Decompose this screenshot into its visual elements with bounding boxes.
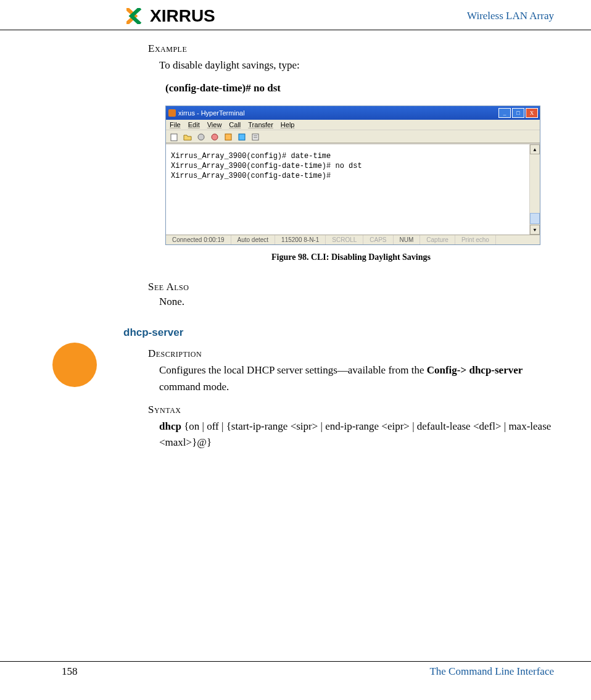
- footer-section-title: The Command Line Interface: [429, 665, 554, 678]
- example-intro: To disable daylight savings, type:: [159, 57, 554, 73]
- syntax-bold: dhcp: [159, 420, 181, 432]
- call-icon[interactable]: [197, 132, 205, 141]
- new-icon[interactable]: [170, 132, 178, 141]
- status-caps: CAPS: [363, 235, 393, 244]
- terminal-scrollbar[interactable]: ▲ ▼: [529, 144, 540, 235]
- page-number: 158: [62, 665, 78, 678]
- scroll-thumb[interactable]: [530, 213, 540, 224]
- logo-mark-icon: [126, 8, 149, 24]
- close-icon[interactable]: X: [526, 108, 538, 118]
- scroll-down-icon[interactable]: ▼: [530, 225, 540, 235]
- description-body: Configures the local DHCP server setting…: [159, 362, 554, 395]
- svg-rect-4: [239, 134, 245, 140]
- status-connected: Connected 0:00:19: [166, 235, 231, 244]
- minimize-icon[interactable]: _: [498, 108, 511, 118]
- svg-rect-0: [171, 134, 177, 141]
- terminal-titlebar: xirrus - HyperTerminal _ □ X: [166, 106, 540, 120]
- terminal-line: Xirrus_Array_3900(config-date-time)#: [171, 172, 535, 181]
- terminal-line: Xirrus_Array_3900(config-date-time)# no …: [171, 162, 535, 172]
- syntax-heading: Syntax: [148, 404, 554, 416]
- status-print: Print echo: [455, 235, 496, 244]
- syntax-body: dhcp {on | off | {start-ip-range <sipr> …: [159, 419, 554, 451]
- logo-text: XIRRUS: [150, 6, 215, 26]
- menu-edit[interactable]: Edit: [188, 121, 200, 128]
- menu-file[interactable]: File: [170, 121, 181, 128]
- status-detect: Auto detect: [231, 235, 276, 244]
- description-post: command mode.: [159, 381, 229, 393]
- receive-icon[interactable]: [238, 132, 246, 141]
- status-capture: Capture: [420, 235, 455, 244]
- description-pre: Configures the local DHCP server setting…: [159, 364, 427, 376]
- properties-icon[interactable]: [251, 132, 260, 141]
- svg-rect-3: [225, 134, 231, 140]
- svg-rect-5: [252, 134, 258, 140]
- document-title: Wireless LAN Array: [467, 10, 554, 22]
- see-also-body: None.: [159, 296, 554, 308]
- terminal-status-bar: Connected 0:00:19 Auto detect 115200 8-N…: [166, 235, 540, 244]
- status-num: NUM: [394, 235, 421, 244]
- figure-caption: Figure 98. CLI: Disabling Daylight Savin…: [148, 252, 554, 262]
- terminal-menu-bar: File Edit View Call Transfer Help: [166, 120, 540, 130]
- see-also-heading: See Also: [148, 281, 554, 293]
- description-bold: Config-> dhcp-server: [427, 364, 523, 376]
- status-baud: 115200 8-N-1: [275, 235, 326, 244]
- maximize-icon[interactable]: □: [512, 108, 524, 118]
- status-scroll: SCROLL: [326, 235, 363, 244]
- terminal-output: Xirrus_Array_3900(config)# date-time Xir…: [166, 143, 540, 235]
- terminal-toolbar: [166, 130, 540, 143]
- svg-point-1: [198, 134, 204, 140]
- example-heading: Example: [148, 43, 554, 55]
- send-icon[interactable]: [224, 132, 233, 141]
- menu-help[interactable]: Help: [281, 121, 295, 128]
- open-icon[interactable]: [183, 132, 192, 141]
- menu-transfer[interactable]: Transfer: [248, 121, 273, 128]
- description-heading: Description: [148, 348, 554, 360]
- disconnect-icon[interactable]: [210, 132, 219, 141]
- terminal-title-text: xirrus - HyperTerminal: [178, 109, 245, 117]
- terminal-line: Xirrus_Array_3900(config)# date-time: [171, 152, 535, 162]
- terminal-app-icon: [168, 109, 176, 117]
- syntax-rest: {on | off | {start-ip-range <sipr> | end…: [159, 420, 551, 448]
- dhcp-server-heading: dhcp-server: [123, 327, 554, 339]
- terminal-screenshot: xirrus - HyperTerminal _ □ X File Edit V…: [165, 106, 540, 245]
- svg-point-2: [212, 134, 218, 140]
- example-command: (config-date-time)# no dst: [165, 82, 554, 94]
- menu-call[interactable]: Call: [229, 121, 241, 128]
- brand-logo: XIRRUS: [126, 6, 215, 26]
- section-marker-dot-icon: [52, 343, 97, 387]
- menu-view[interactable]: View: [207, 121, 222, 128]
- scroll-up-icon[interactable]: ▲: [530, 144, 540, 154]
